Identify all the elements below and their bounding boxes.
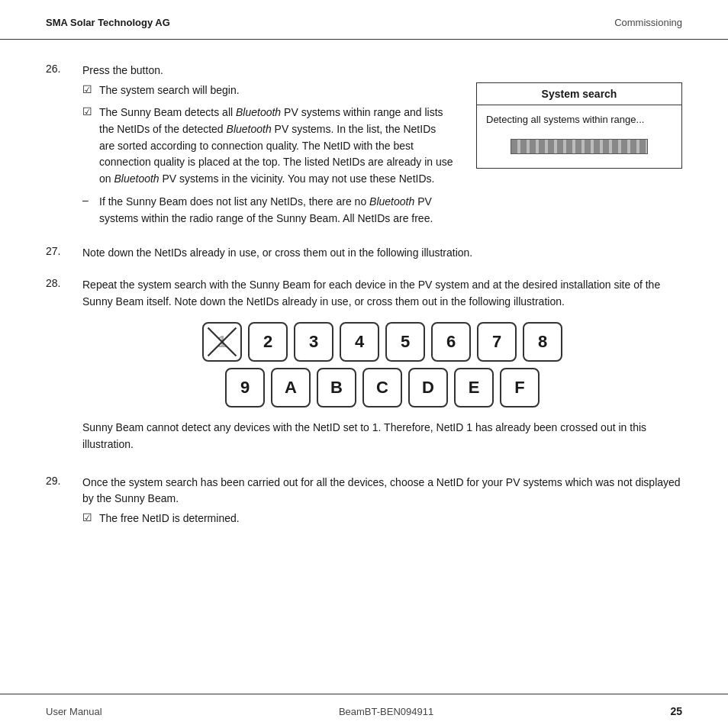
step-26: 26. Press the button. ☑ The system searc… xyxy=(46,63,682,233)
step-29-number: 29. xyxy=(46,475,82,533)
step-26-checkbox-2-text: The Sunny Beam detects all Bluetooth PV … xyxy=(99,105,453,187)
cb2-text1: The Sunny Beam detects all xyxy=(99,106,236,118)
cb2-italic3: Bluetooth xyxy=(114,172,159,185)
step-28-body: Repeat the system search with the Sunny … xyxy=(82,277,682,462)
page-header: SMA Solar Technology AG Commissioning xyxy=(0,0,728,40)
bullet-text1: If the Sunny Beam does not list any NetI… xyxy=(99,195,369,208)
netid-cell-9: 9 xyxy=(225,368,265,407)
cb2-text4: PV systems in the vicinity. You may not … xyxy=(159,172,435,185)
cb2-italic2: Bluetooth xyxy=(227,123,272,135)
step-28-text: Repeat the system search with the Sunny … xyxy=(82,277,682,310)
header-section: Commissioning xyxy=(614,17,682,28)
bullet-dash: – xyxy=(82,194,99,206)
bullet-text: If the Sunny Beam does not list any NetI… xyxy=(99,194,453,227)
netid-caption: Sunny Beam cannot detect any devices wit… xyxy=(82,420,682,453)
progress-bar xyxy=(511,139,648,154)
system-search-body: Detecting all systems within range... xyxy=(477,105,681,168)
step-29-body: Once the system search has been carried … xyxy=(82,475,682,533)
netid-row-2: 9 A B C D E F xyxy=(225,368,540,407)
system-search-box: System search Detecting all systems with… xyxy=(476,82,682,169)
step-26-number: 26. xyxy=(46,63,82,233)
netid-cell-4: 4 xyxy=(340,322,379,362)
checkbox-icon-2: ☑ xyxy=(82,105,99,118)
netid-cell-F: F xyxy=(500,368,540,407)
step-26-content: ☑ The system search will begin. ☑ The Su… xyxy=(82,82,682,234)
system-search-title: System search xyxy=(477,83,681,105)
footer-center: BeamBT-BEN094911 xyxy=(339,706,433,717)
netid-section: 1 2 3 4 5 6 7 8 9 A B xyxy=(82,322,682,407)
netid-cell-A: A xyxy=(271,368,311,407)
step-26-body: Press the button. ☑ The system search wi… xyxy=(82,63,682,233)
step-29-text: Once the system search has been carried … xyxy=(82,475,682,507)
step-26-checkbox-1-text: The system search will begin. xyxy=(99,82,240,99)
checkbox-icon-29: ☑ xyxy=(82,511,99,523)
step-26-left: ☑ The system search will begin. ☑ The Su… xyxy=(82,82,453,234)
netid-cell-B: B xyxy=(317,368,356,407)
step-27-number: 27. xyxy=(46,245,82,265)
netid-cell-6: 6 xyxy=(431,322,471,362)
page-content: 26. Press the button. ☑ The system searc… xyxy=(0,40,728,561)
bullet-italic: Bluetooth xyxy=(369,195,414,208)
netid-cell-C: C xyxy=(362,368,402,407)
footer-page: 25 xyxy=(670,705,682,717)
page-footer: User Manual BeamBT-BEN094911 25 xyxy=(0,694,728,728)
checkbox-icon-1: ☑ xyxy=(82,83,99,95)
system-search-panel: System search Detecting all systems with… xyxy=(476,82,682,169)
netid-cell-3: 3 xyxy=(294,322,333,362)
step-29: 29. Once the system search has been carr… xyxy=(46,475,682,533)
step-29-checkbox: ☑ The free NetID is determined. xyxy=(82,511,682,527)
netid-cell-7: 7 xyxy=(477,322,517,362)
netid-row-1: 1 2 3 4 5 6 7 8 xyxy=(202,322,562,362)
step-27: 27. Note down the NetIDs already in use,… xyxy=(46,245,682,265)
netid-cell-E: E xyxy=(454,368,494,407)
step-26-intro: Press the button. xyxy=(82,63,682,79)
step-27-text: Note down the NetIDs already in use, or … xyxy=(82,245,682,262)
netid-cell-2: 2 xyxy=(248,322,288,362)
netid-cell-8: 8 xyxy=(523,322,562,362)
step-28-number: 28. xyxy=(46,277,82,462)
step-27-body: Note down the NetIDs already in use, or … xyxy=(82,245,682,265)
step-26-bullet: – If the Sunny Beam does not list any Ne… xyxy=(82,194,453,227)
step-28: 28. Repeat the system search with the Su… xyxy=(46,277,682,462)
netid-cell-5: 5 xyxy=(385,322,425,362)
netid-grid: 1 2 3 4 5 6 7 8 9 A B xyxy=(82,322,682,407)
cb2-italic1: Bluetooth xyxy=(236,106,281,118)
step-26-checkbox-2: ☑ The Sunny Beam detects all Bluetooth P… xyxy=(82,105,453,187)
system-search-detecting: Detecting all systems within range... xyxy=(486,113,672,127)
step-29-checkbox-text: The free NetID is determined. xyxy=(99,511,240,527)
step-26-checkbox-1: ☑ The system search will begin. xyxy=(82,82,453,99)
netid-cell-1: 1 xyxy=(202,322,242,362)
header-company: SMA Solar Technology AG xyxy=(46,17,170,28)
netid-cell-D: D xyxy=(408,368,448,407)
netid-1-label: 1 xyxy=(217,332,227,352)
footer-left: User Manual xyxy=(46,706,102,717)
